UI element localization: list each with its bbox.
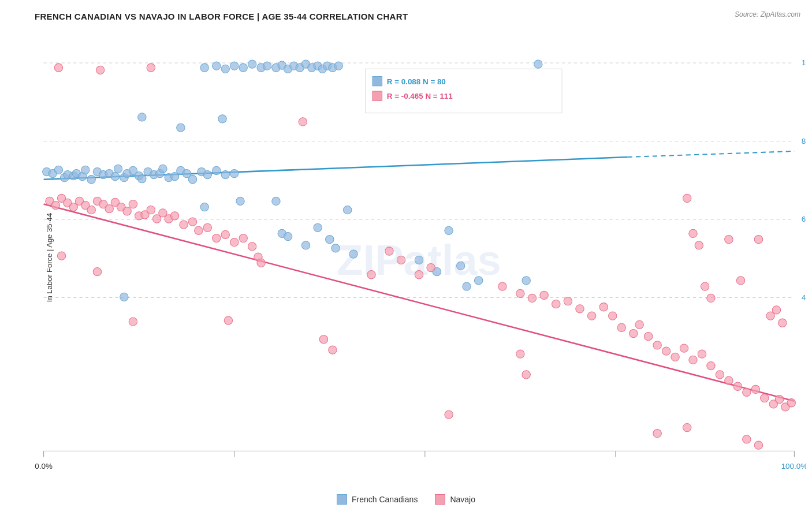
svg-point-173: [751, 385, 759, 393]
svg-point-66: [284, 232, 292, 240]
legend-box-navajo: [435, 494, 445, 505]
svg-point-89: [263, 62, 271, 70]
svg-point-129: [188, 218, 196, 226]
svg-point-134: [230, 238, 239, 247]
svg-text:0.0%: 0.0%: [35, 462, 53, 471]
svg-point-113: [87, 206, 95, 214]
svg-point-193: [516, 350, 524, 358]
svg-point-82: [200, 64, 208, 72]
svg-point-171: [733, 382, 742, 390]
svg-point-128: [180, 221, 188, 229]
svg-point-105: [299, 118, 307, 126]
svg-point-185: [736, 277, 744, 285]
svg-point-127: [170, 212, 178, 220]
svg-point-189: [779, 319, 787, 327]
svg-point-57: [177, 124, 185, 132]
svg-text:100.0%: 100.0%: [781, 462, 806, 471]
svg-point-104: [147, 64, 155, 72]
svg-point-147: [427, 263, 435, 271]
svg-point-83: [213, 62, 221, 70]
chart-container: FRENCH CANADIAN VS NAVAJO IN LABOR FORCE…: [0, 0, 812, 515]
svg-point-180: [689, 229, 697, 237]
legend-container: French Canadians Navajo: [337, 494, 475, 505]
svg-point-81: [522, 277, 530, 285]
svg-point-135: [239, 234, 247, 242]
svg-point-144: [385, 247, 393, 255]
svg-point-73: [349, 250, 357, 258]
svg-point-160: [635, 320, 643, 329]
svg-point-48: [159, 165, 167, 173]
svg-point-84: [221, 65, 229, 73]
svg-point-131: [203, 223, 211, 232]
svg-point-184: [725, 236, 733, 244]
svg-point-156: [599, 303, 608, 311]
svg-point-71: [120, 293, 128, 301]
svg-point-157: [609, 312, 617, 320]
svg-point-163: [662, 347, 670, 355]
svg-point-86: [239, 64, 247, 72]
svg-point-169: [716, 371, 724, 379]
svg-point-69: [326, 236, 334, 244]
svg-point-155: [587, 312, 595, 320]
svg-point-145: [397, 256, 405, 264]
svg-point-161: [644, 333, 652, 341]
svg-text:47.5%: 47.5%: [802, 293, 806, 302]
svg-point-64: [272, 197, 280, 205]
svg-point-63: [200, 203, 208, 211]
svg-point-116: [105, 205, 113, 213]
svg-point-53: [188, 176, 196, 184]
svg-point-158: [617, 323, 625, 331]
svg-point-101: [334, 62, 342, 70]
svg-point-176: [775, 395, 783, 404]
svg-text:100.0%: 100.0%: [802, 58, 806, 67]
svg-point-79: [474, 277, 482, 285]
svg-point-146: [415, 271, 423, 279]
svg-rect-20: [373, 91, 382, 100]
svg-rect-17: [366, 69, 562, 113]
svg-text:65.0%: 65.0%: [802, 215, 806, 223]
svg-point-132: [213, 234, 221, 242]
svg-point-159: [630, 329, 638, 337]
svg-point-27: [54, 166, 62, 174]
svg-point-137: [129, 318, 137, 326]
svg-point-33: [81, 166, 90, 174]
svg-point-87: [248, 60, 256, 68]
chart-svg: 100.0% 82.5% 65.0% 47.5% 0.0% 100.0% ZIP…: [32, 28, 806, 475]
svg-point-62: [236, 197, 244, 205]
svg-point-164: [671, 353, 679, 361]
svg-text:R = -0.465   N = 111: R = -0.465 N = 111: [387, 92, 453, 100]
svg-point-55: [203, 170, 211, 178]
svg-point-174: [761, 394, 769, 402]
svg-point-165: [680, 344, 688, 352]
svg-point-58: [218, 115, 226, 123]
svg-point-192: [445, 410, 453, 419]
svg-point-76: [445, 226, 453, 234]
svg-point-68: [314, 223, 322, 232]
svg-point-183: [707, 294, 715, 302]
svg-point-61: [230, 169, 239, 177]
svg-point-70: [331, 244, 340, 252]
svg-point-170: [725, 376, 733, 385]
svg-point-166: [689, 356, 697, 364]
svg-point-196: [683, 423, 691, 431]
svg-point-194: [522, 371, 530, 379]
svg-point-149: [516, 289, 524, 297]
legend-box-french: [337, 494, 347, 505]
svg-point-34: [87, 176, 95, 184]
svg-point-140: [93, 268, 101, 276]
svg-point-179: [683, 194, 691, 202]
svg-point-181: [695, 241, 703, 249]
svg-rect-18: [373, 77, 382, 86]
source-label: Source: ZipAtlas.com: [735, 10, 800, 18]
legend-item-navajo: Navajo: [435, 494, 475, 505]
svg-text:82.5%: 82.5%: [802, 137, 806, 145]
svg-point-133: [221, 230, 229, 238]
svg-point-198: [754, 441, 762, 449]
svg-point-190: [319, 335, 327, 344]
svg-point-143: [367, 271, 375, 279]
svg-point-186: [754, 236, 762, 244]
svg-point-59: [213, 166, 221, 174]
svg-point-151: [540, 291, 548, 299]
svg-point-38: [111, 173, 119, 181]
svg-point-80: [534, 60, 542, 68]
